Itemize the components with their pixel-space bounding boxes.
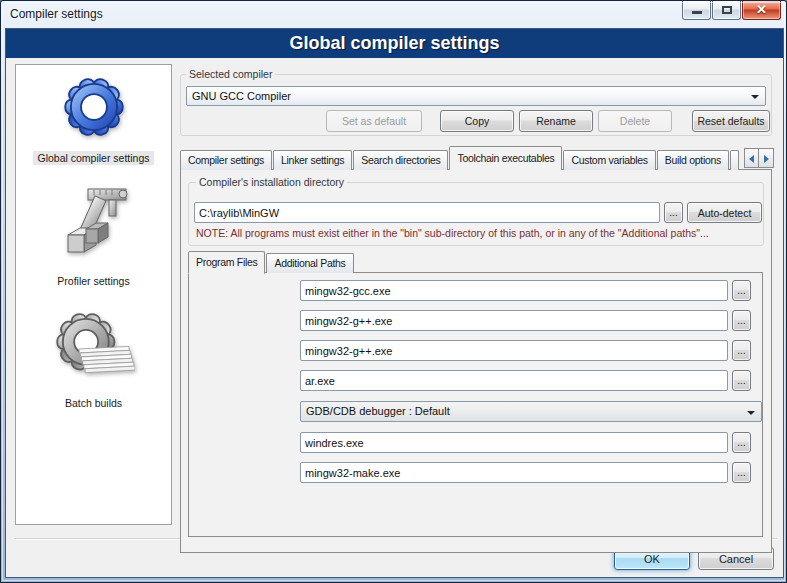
- tab-build-options[interactable]: Build options: [657, 150, 729, 170]
- tab-scroll-right-button[interactable]: [759, 148, 774, 168]
- cpp-compiler-input[interactable]: [300, 310, 728, 331]
- sidebar-label-batch-builds: Batch builds: [61, 396, 126, 410]
- window-title: Compiler settings: [10, 7, 103, 21]
- settings-category-sidebar: Global compiler settings: [15, 64, 172, 525]
- dialog-body: Global compiler settings: [5, 28, 784, 578]
- tab-scroll-buttons: [744, 148, 774, 168]
- tab-toolchain-executables[interactable]: Toolchain executables: [449, 146, 562, 170]
- static-linker-input[interactable]: [300, 370, 728, 391]
- sidebar-label-global-compiler-settings: Global compiler settings: [33, 151, 153, 165]
- sidebar-item-batch-builds[interactable]: Batch builds: [16, 305, 171, 411]
- installation-directory-group-label: Compiler's installation directory: [196, 176, 347, 188]
- caliper-icon: [54, 183, 134, 267]
- maximize-icon: [722, 6, 732, 14]
- installation-directory-input[interactable]: [194, 202, 660, 223]
- arrow-left-icon: [749, 155, 754, 163]
- header-band: Global compiler settings: [6, 29, 783, 58]
- resource-compiler-browse-button[interactable]: ...: [732, 432, 751, 453]
- dynamic-linker-browse-button[interactable]: ...: [732, 340, 751, 361]
- titlebar[interactable]: Compiler settings ✕: [1, 1, 786, 28]
- selected-compiler-group-label: Selected compiler: [186, 68, 275, 80]
- auto-detect-button[interactable]: Auto-detect: [687, 202, 762, 223]
- files-tab-strip: Program Files Additional Paths: [188, 250, 355, 273]
- reset-defaults-button[interactable]: Reset defaults: [692, 110, 770, 132]
- close-icon: ✕: [743, 2, 780, 17]
- debugger-select-value: GDB/CDB debugger : Default: [306, 402, 450, 421]
- sidebar-label-profiler-settings: Profiler settings: [53, 274, 133, 288]
- gear-icon: [57, 70, 131, 144]
- tab-linker-settings[interactable]: Linker settings: [273, 150, 352, 170]
- tab-search-directories[interactable]: Search directories: [353, 150, 448, 170]
- c-compiler-input[interactable]: [300, 280, 728, 301]
- resource-compiler-input[interactable]: [300, 432, 728, 453]
- minimize-icon: [692, 11, 702, 14]
- batch-builds-icon: [53, 305, 135, 389]
- compiler-select[interactable]: GNU GCC Compiler: [186, 86, 766, 106]
- minimize-button[interactable]: [682, 1, 711, 20]
- close-button[interactable]: ✕: [742, 1, 781, 20]
- make-program-browse-button[interactable]: ...: [732, 462, 751, 483]
- sidebar-item-global-compiler-settings[interactable]: Global compiler settings: [16, 70, 171, 166]
- copy-button[interactable]: Copy: [440, 110, 514, 132]
- dynamic-linker-input[interactable]: [300, 340, 728, 361]
- tab-scroll-left-button[interactable]: [744, 148, 759, 168]
- delete-button: Delete: [598, 110, 672, 132]
- set-as-default-button: Set as default: [326, 110, 422, 132]
- static-linker-browse-button[interactable]: ...: [732, 370, 751, 391]
- compiler-settings-window: Compiler settings ✕ Global compiler sett…: [0, 0, 787, 583]
- make-program-input[interactable]: [300, 462, 728, 483]
- rename-button[interactable]: Rename: [519, 110, 593, 132]
- cpp-compiler-browse-button[interactable]: ...: [732, 310, 751, 331]
- tab-overflow-partial: [730, 150, 739, 170]
- maximize-button[interactable]: [712, 1, 741, 20]
- settings-tab-strip: Compiler settings Linker settings Search…: [180, 144, 772, 170]
- compiler-select-value: GNU GCC Compiler: [192, 87, 291, 105]
- tab-compiler-settings[interactable]: Compiler settings: [180, 150, 272, 170]
- installation-note: NOTE: All programs must exist either in …: [196, 227, 709, 239]
- tab-additional-paths[interactable]: Additional Paths: [266, 253, 353, 273]
- chevron-down-icon: [751, 95, 759, 99]
- chevron-down-icon: [747, 411, 755, 415]
- page-title: Global compiler settings: [6, 29, 783, 58]
- tab-program-files[interactable]: Program Files: [188, 251, 265, 274]
- tab-custom-variables[interactable]: Custom variables: [563, 150, 655, 170]
- c-compiler-browse-button[interactable]: ...: [732, 280, 751, 301]
- sidebar-item-profiler-settings[interactable]: Profiler settings: [16, 183, 171, 289]
- installation-directory-browse-button[interactable]: ...: [664, 202, 683, 223]
- arrow-right-icon: [764, 155, 769, 163]
- debugger-select[interactable]: GDB/CDB debugger : Default: [300, 401, 762, 422]
